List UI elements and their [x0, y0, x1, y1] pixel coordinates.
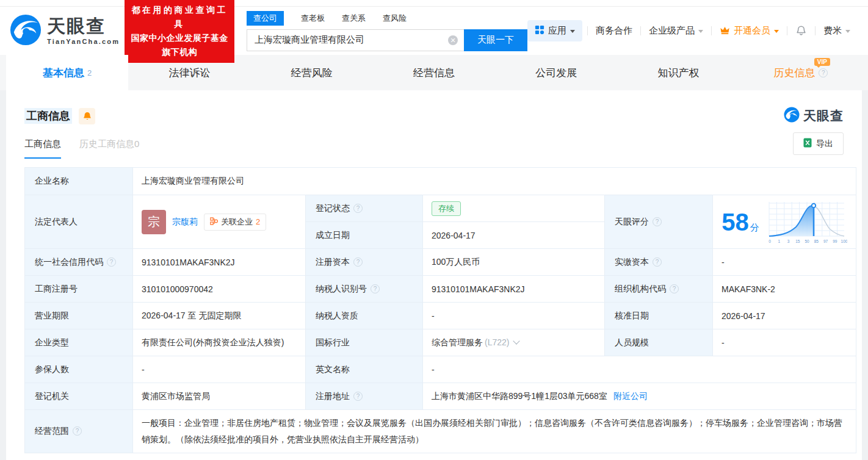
nav-tab-count: 2: [87, 68, 92, 77]
field-value: -: [423, 303, 605, 329]
field-value: 2026-04-17: [423, 222, 605, 249]
help-icon[interactable]: ?: [653, 217, 662, 226]
field-label: 经营范围?: [25, 410, 133, 453]
help-icon[interactable]: ?: [107, 257, 116, 267]
apps-menu[interactable]: 应用: [527, 20, 582, 41]
subtab[interactable]: 工商信息: [24, 138, 61, 159]
industry-code: (L722): [485, 337, 509, 347]
help-icon[interactable]: ?: [353, 257, 363, 267]
field-value: 上海宏璇商业管理有限公司: [133, 168, 856, 195]
svg-text:0: 0: [769, 239, 771, 243]
help-icon[interactable]: ?: [353, 204, 363, 213]
field-label: 纳税人识别号?: [306, 276, 423, 303]
chevron-down-icon: [570, 30, 575, 33]
svg-text:100: 100: [841, 239, 847, 243]
help-icon[interactable]: ?: [353, 392, 363, 401]
tianyancha-logo-icon: [784, 107, 800, 125]
svg-text:99: 99: [833, 239, 837, 243]
subtab[interactable]: 历史工商信息0: [79, 138, 139, 159]
brand-name: 天眼查: [47, 17, 120, 35]
enterprise-products-menu[interactable]: 企业级产品: [641, 25, 711, 37]
related-companies-badge[interactable]: 关联企业2: [204, 214, 266, 231]
chevron-down-icon[interactable]: [513, 337, 520, 344]
org-chart-icon: [210, 217, 218, 227]
field-value: 2026-04-17 至 无固定期限: [133, 303, 306, 329]
nav-tab-label: 经营风险: [291, 66, 333, 80]
excel-icon: [803, 138, 812, 149]
legal-rep-name-link[interactable]: 宗馥莉: [172, 217, 198, 228]
related-companies-count: 2: [256, 217, 260, 226]
search-tab[interactable]: 查风险: [383, 11, 407, 26]
subtabs: 工商信息历史工商信息0 导出: [24, 138, 844, 159]
business-scope-value: 一般项目：企业管理；非居住房地产租赁；物业管理；会议及展览服务（出国办展须经相关…: [133, 410, 856, 453]
nav-tab-label: 基本信息: [43, 66, 84, 80]
field-label: 统一社会信用代码?: [25, 249, 133, 276]
clear-search-icon[interactable]: ✕: [448, 35, 458, 45]
field-label: 成立日期: [306, 222, 423, 249]
tianyancha-logo-icon: [10, 14, 42, 48]
vip-badge: VIP: [814, 58, 830, 66]
help-icon[interactable]: ?: [371, 284, 380, 293]
user-menu[interactable]: 费米: [816, 25, 858, 37]
svg-text:97: 97: [823, 239, 828, 243]
main-content: 工商信息 天眼查 工商信息历史工商信息0: [6, 90, 862, 460]
header-menu: 应用 商务合作 企业级产品 开通会员: [527, 20, 858, 41]
registered-address-cell: 上海市黄浦区中华路899号1幢1层03单元668室附近公司: [423, 383, 856, 410]
nav-tab-label: 知识产权: [658, 66, 700, 80]
brand-domain: TianYanCha.com: [47, 38, 120, 45]
search-button[interactable]: 天眼一下: [464, 29, 527, 51]
open-membership-menu[interactable]: 开通会员: [712, 25, 787, 37]
search-tab[interactable]: 查公司: [247, 11, 284, 26]
nav-tab[interactable]: 公司发展: [495, 55, 617, 90]
nav-tab[interactable]: 法律诉讼: [128, 55, 250, 90]
nav-tab[interactable]: 经营信息: [373, 55, 495, 90]
table-row: 企业名称上海宏璇商业管理有限公司: [25, 168, 856, 195]
field-label: 注册资本?: [306, 249, 423, 276]
field-value: 2026-04-17: [713, 303, 856, 329]
score-unit: 分: [750, 222, 759, 232]
help-icon[interactable]: ?: [670, 284, 679, 293]
nav-tab[interactable]: 经营风险: [251, 55, 373, 90]
nav-tab-label: 历史信息: [773, 66, 815, 80]
help-icon[interactable]: ?: [73, 426, 82, 436]
subscribe-bell-button[interactable]: [79, 108, 95, 124]
field-label: 企业名称: [25, 168, 133, 195]
search-tab[interactable]: 查老板: [301, 11, 325, 26]
help-icon[interactable]: ?: [819, 68, 828, 77]
nav-tab[interactable]: 基本信息 2: [6, 55, 128, 90]
svg-text:15: 15: [795, 239, 800, 243]
business-cooperation-link[interactable]: 商务合作: [588, 25, 640, 37]
legal-rep-avatar[interactable]: 宗: [142, 210, 166, 234]
tianyancha-logo[interactable]: 天眼查 TianYanCha.com: [10, 14, 120, 48]
field-label: 核准日期: [605, 303, 713, 329]
field-label: 营业期限: [25, 303, 133, 329]
nearby-companies-link[interactable]: 附近公司: [613, 391, 648, 401]
nav-tab[interactable]: 历史信息 ? VIP: [740, 55, 862, 90]
table-row: 经营范围?一般项目：企业管理；非居住房地产租赁；物业管理；会议及展览服务（出国办…: [25, 410, 856, 453]
promo-line1: 都在用的商业查询工具: [131, 3, 228, 31]
search-input[interactable]: [247, 29, 464, 51]
svg-text:85: 85: [814, 239, 819, 243]
status-badge: 存续: [432, 201, 461, 216]
field-label: 登记状态?: [306, 195, 423, 222]
watermark-text: 天眼查: [803, 107, 844, 124]
nav-tabs: 基本信息 2 法律诉讼 经营风险 经营信息 公司发展 知识产权 历史信息: [0, 55, 868, 90]
help-icon[interactable]: ?: [653, 257, 662, 267]
table-row: 统一社会信用代码?91310101MAKAF3NK2J注册资本?100万人民币实…: [25, 249, 856, 276]
nav-tab[interactable]: 知识产权: [617, 55, 739, 90]
nav-tab-label: 经营信息: [413, 66, 455, 80]
field-label: 人员规模: [605, 329, 713, 356]
field-label: 纳税人资质: [306, 303, 423, 329]
export-button[interactable]: 导出: [793, 132, 844, 155]
field-value: 100万人民币: [423, 249, 605, 276]
field-value: -: [133, 356, 306, 383]
notifications-button[interactable]: [787, 24, 815, 38]
search-tab[interactable]: 查关系: [342, 11, 366, 26]
field-value: MAKAF3NK-2: [713, 276, 856, 303]
field-value: -: [713, 249, 856, 276]
score-value: 58: [722, 209, 749, 235]
search-tabs: 查公司查老板查关系查风险: [247, 11, 527, 26]
table-row: 登记机关黄浦区市场监管局注册地址?上海市黄浦区中华路899号1幢1层03单元66…: [25, 383, 856, 410]
svg-text:1: 1: [778, 239, 780, 243]
tianyancha-watermark: 天眼查: [784, 107, 844, 125]
